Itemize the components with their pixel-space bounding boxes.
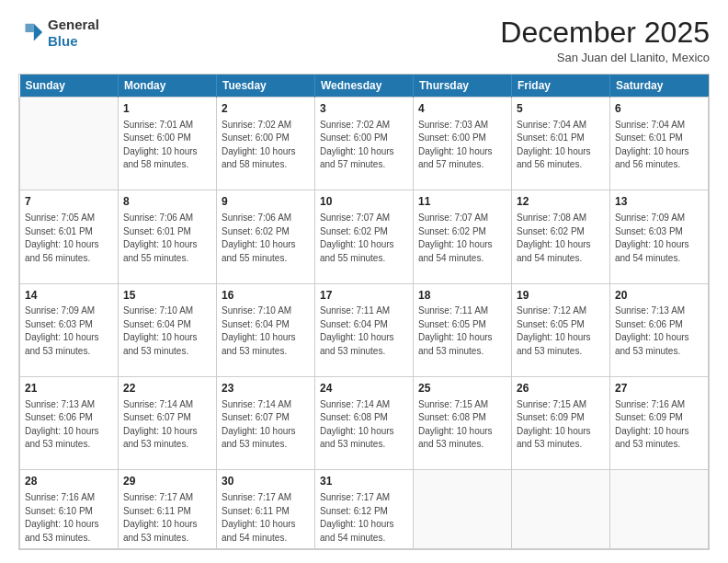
day-number: 21 [25,381,113,396]
day-number: 29 [123,474,211,489]
day-info: Sunrise: 7:05 AM Sunset: 6:01 PM Dayligh… [25,212,113,265]
calendar-cell: 8Sunrise: 7:06 AM Sunset: 6:01 PM Daylig… [119,190,217,283]
calendar-cell [512,470,610,549]
calendar: SundayMondayTuesdayWednesdayThursdayFrid… [18,74,710,550]
calendar-cell: 5Sunrise: 7:04 AM Sunset: 6:01 PM Daylig… [512,98,610,190]
day-number: 19 [517,288,605,304]
calendar-cell: 16Sunrise: 7:10 AM Sunset: 6:04 PM Dayli… [217,283,315,376]
day-info: Sunrise: 7:15 AM Sunset: 6:09 PM Dayligh… [517,398,605,452]
calendar-header: SundayMondayTuesdayWednesdayThursdayFrid… [20,75,709,98]
header-right: December 2025 San Juan del Llanito, Mexi… [500,17,710,64]
day-info: Sunrise: 7:14 AM Sunset: 6:08 PM Dayligh… [320,398,408,452]
location: San Juan del Llanito, Mexico [500,51,710,64]
day-number: 31 [320,474,408,489]
day-number: 2 [222,101,310,117]
svg-marker-0 [34,24,42,41]
day-info: Sunrise: 7:12 AM Sunset: 6:05 PM Dayligh… [517,304,605,358]
day-info: Sunrise: 7:08 AM Sunset: 6:02 PM Dayligh… [517,212,605,265]
day-number: 16 [222,288,310,304]
day-number: 28 [25,474,113,489]
calendar-cell: 6Sunrise: 7:04 AM Sunset: 6:01 PM Daylig… [610,98,709,190]
weekday-header: Sunday [20,75,119,98]
day-number: 26 [517,381,605,396]
svg-marker-1 [25,24,33,32]
calendar-cell: 2Sunrise: 7:02 AM Sunset: 6:00 PM Daylig… [217,98,315,190]
day-number: 20 [615,288,703,304]
day-info: Sunrise: 7:10 AM Sunset: 6:04 PM Dayligh… [222,304,310,358]
calendar-cell: 3Sunrise: 7:02 AM Sunset: 6:00 PM Daylig… [315,98,414,190]
day-info: Sunrise: 7:09 AM Sunset: 6:03 PM Dayligh… [615,212,703,265]
day-info: Sunrise: 7:16 AM Sunset: 6:09 PM Dayligh… [615,398,703,452]
calendar-cell: 26Sunrise: 7:15 AM Sunset: 6:09 PM Dayli… [512,376,610,469]
day-number: 8 [123,194,211,210]
header: General Blue December 2025 San Juan del … [18,17,710,64]
logo-blue: Blue [48,33,78,49]
day-number: 23 [222,381,310,396]
calendar-cell: 28Sunrise: 7:16 AM Sunset: 6:10 PM Dayli… [20,470,119,549]
day-number: 9 [222,194,310,210]
day-number: 10 [320,194,408,210]
calendar-cell: 19Sunrise: 7:12 AM Sunset: 6:05 PM Dayli… [512,283,610,376]
logo: General Blue [18,17,99,50]
day-info: Sunrise: 7:11 AM Sunset: 6:05 PM Dayligh… [418,304,506,358]
day-info: Sunrise: 7:07 AM Sunset: 6:02 PM Dayligh… [320,212,408,265]
day-number: 22 [123,381,211,396]
day-info: Sunrise: 7:13 AM Sunset: 6:06 PM Dayligh… [615,304,703,358]
day-info: Sunrise: 7:03 AM Sunset: 6:00 PM Dayligh… [418,119,506,172]
day-info: Sunrise: 7:02 AM Sunset: 6:00 PM Dayligh… [320,119,408,172]
calendar-cell: 20Sunrise: 7:13 AM Sunset: 6:06 PM Dayli… [610,283,709,376]
calendar-cell: 13Sunrise: 7:09 AM Sunset: 6:03 PM Dayli… [610,190,709,283]
day-info: Sunrise: 7:07 AM Sunset: 6:02 PM Dayligh… [418,212,506,265]
day-number: 13 [615,194,703,210]
day-info: Sunrise: 7:17 AM Sunset: 6:11 PM Dayligh… [222,491,310,545]
day-info: Sunrise: 7:14 AM Sunset: 6:07 PM Dayligh… [222,398,310,452]
calendar-cell: 17Sunrise: 7:11 AM Sunset: 6:04 PM Dayli… [315,283,414,376]
month-title: December 2025 [500,17,710,49]
day-info: Sunrise: 7:04 AM Sunset: 6:01 PM Dayligh… [517,119,605,172]
calendar-cell: 22Sunrise: 7:14 AM Sunset: 6:07 PM Dayli… [119,376,217,469]
calendar-cell: 11Sunrise: 7:07 AM Sunset: 6:02 PM Dayli… [414,190,512,283]
calendar-cell: 24Sunrise: 7:14 AM Sunset: 6:08 PM Dayli… [315,376,414,469]
calendar-cell: 1Sunrise: 7:01 AM Sunset: 6:00 PM Daylig… [119,98,217,190]
calendar-cell: 7Sunrise: 7:05 AM Sunset: 6:01 PM Daylig… [20,190,119,283]
day-info: Sunrise: 7:14 AM Sunset: 6:07 PM Dayligh… [123,398,211,452]
weekday-header: Monday [119,75,217,98]
day-number: 18 [418,288,506,304]
calendar-cell: 27Sunrise: 7:16 AM Sunset: 6:09 PM Dayli… [610,376,709,469]
page: General Blue December 2025 San Juan del … [0,0,728,563]
weekday-header: Tuesday [217,75,315,98]
calendar-cell [20,98,119,190]
calendar-cell: 23Sunrise: 7:14 AM Sunset: 6:07 PM Dayli… [217,376,315,469]
calendar-week-row: 7Sunrise: 7:05 AM Sunset: 6:01 PM Daylig… [20,190,709,283]
calendar-cell: 21Sunrise: 7:13 AM Sunset: 6:06 PM Dayli… [20,376,119,469]
day-number: 17 [320,288,408,304]
calendar-cell: 4Sunrise: 7:03 AM Sunset: 6:00 PM Daylig… [414,98,512,190]
calendar-week-row: 21Sunrise: 7:13 AM Sunset: 6:06 PM Dayli… [20,376,709,469]
calendar-cell [414,470,512,549]
day-number: 5 [517,101,605,117]
day-number: 30 [222,474,310,489]
day-info: Sunrise: 7:13 AM Sunset: 6:06 PM Dayligh… [25,398,113,452]
day-info: Sunrise: 7:06 AM Sunset: 6:02 PM Dayligh… [222,212,310,265]
calendar-week-row: 1Sunrise: 7:01 AM Sunset: 6:00 PM Daylig… [20,98,709,190]
calendar-cell: 12Sunrise: 7:08 AM Sunset: 6:02 PM Dayli… [512,190,610,283]
day-number: 1 [123,101,211,117]
calendar-cell: 25Sunrise: 7:15 AM Sunset: 6:08 PM Dayli… [414,376,512,469]
day-number: 4 [418,101,506,117]
calendar-week-row: 28Sunrise: 7:16 AM Sunset: 6:10 PM Dayli… [20,470,709,549]
day-number: 14 [25,288,113,304]
day-number: 25 [418,381,506,396]
calendar-week-row: 14Sunrise: 7:09 AM Sunset: 6:03 PM Dayli… [20,283,709,376]
calendar-cell: 10Sunrise: 7:07 AM Sunset: 6:02 PM Dayli… [315,190,414,283]
day-info: Sunrise: 7:17 AM Sunset: 6:12 PM Dayligh… [320,491,408,545]
day-info: Sunrise: 7:15 AM Sunset: 6:08 PM Dayligh… [418,398,506,452]
day-number: 12 [517,194,605,210]
calendar-cell: 14Sunrise: 7:09 AM Sunset: 6:03 PM Dayli… [20,283,119,376]
day-info: Sunrise: 7:16 AM Sunset: 6:10 PM Dayligh… [25,491,113,545]
day-info: Sunrise: 7:04 AM Sunset: 6:01 PM Dayligh… [615,119,703,172]
calendar-cell: 30Sunrise: 7:17 AM Sunset: 6:11 PM Dayli… [217,470,315,549]
logo-icon [18,20,44,46]
logo-general: General [48,17,99,32]
day-info: Sunrise: 7:17 AM Sunset: 6:11 PM Dayligh… [123,491,211,545]
day-info: Sunrise: 7:11 AM Sunset: 6:04 PM Dayligh… [320,304,408,358]
